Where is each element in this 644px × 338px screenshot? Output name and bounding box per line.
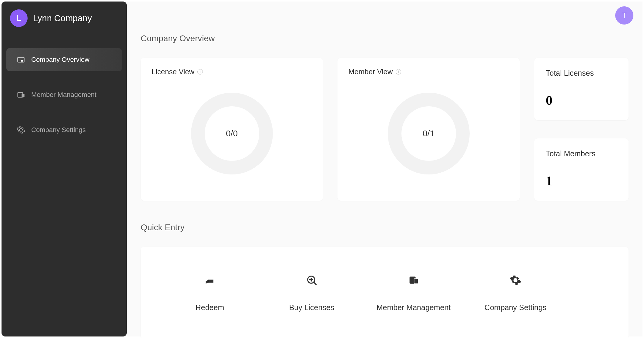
- gear-icon: [17, 126, 25, 134]
- overview-cards: License View i 0/0 Member View i 0/1: [141, 58, 629, 201]
- info-icon[interactable]: i: [396, 69, 401, 75]
- company-header: L Lynn Company: [6, 9, 122, 27]
- user-avatar[interactable]: T: [615, 6, 633, 25]
- info-icon[interactable]: i: [197, 69, 203, 75]
- buy-icon: [306, 274, 318, 286]
- quick-redeem[interactable]: Redeem: [159, 274, 261, 312]
- sidebar: L Lynn Company Company Overview Member M…: [2, 2, 127, 336]
- sidebar-item-company-settings[interactable]: Company Settings: [6, 118, 122, 141]
- stat-value: 1: [546, 173, 617, 189]
- quick-entry-card: Redeem Buy Licenses Member Management Co…: [141, 247, 629, 338]
- sidebar-item-member-management[interactable]: Member Management: [6, 83, 122, 106]
- quick-label: Member Management: [377, 303, 451, 312]
- member-donut-chart: 0/1: [388, 93, 470, 174]
- gear-icon: [509, 274, 522, 286]
- dashboard-icon: [17, 55, 25, 64]
- sidebar-item-label: Company Overview: [31, 56, 89, 64]
- sidebar-item-label: Company Settings: [31, 126, 86, 134]
- svg-rect-6: [414, 279, 418, 284]
- sidebar-item-label: Member Management: [31, 91, 96, 99]
- page-title: Company Overview: [141, 34, 629, 43]
- company-avatar-letter: L: [16, 13, 21, 23]
- company-name: Lynn Company: [33, 13, 92, 23]
- quick-label: Buy Licenses: [289, 303, 334, 312]
- members-icon: [408, 274, 420, 286]
- donut-value: 0/0: [226, 129, 238, 138]
- svg-point-7: [514, 279, 517, 281]
- quick-label: Company Settings: [485, 303, 546, 312]
- members-icon: [17, 91, 25, 99]
- card-title: License View: [152, 68, 194, 76]
- quick-label: Redeem: [196, 303, 224, 312]
- license-donut-chart: 0/0: [191, 93, 273, 174]
- redeem-icon: [204, 274, 216, 286]
- total-licenses-card: Total Licenses 0: [534, 58, 629, 120]
- stat-title: Total Licenses: [546, 69, 617, 78]
- sidebar-item-company-overview[interactable]: Company Overview: [6, 48, 122, 71]
- card-title: Member View: [348, 68, 393, 76]
- total-members-card: Total Members 1: [534, 138, 629, 201]
- section-title: Quick Entry: [141, 223, 629, 232]
- svg-point-1: [21, 60, 23, 62]
- svg-rect-0: [18, 57, 24, 62]
- quick-company-settings[interactable]: Company Settings: [465, 274, 566, 312]
- member-view-card: Member View i 0/1: [337, 58, 520, 201]
- quick-buy-licenses[interactable]: Buy Licenses: [261, 274, 363, 312]
- license-view-card: License View i 0/0: [141, 58, 323, 201]
- company-avatar: L: [10, 9, 28, 27]
- stat-title: Total Members: [546, 149, 617, 158]
- svg-rect-3: [22, 94, 24, 98]
- donut-value: 0/1: [423, 129, 434, 138]
- user-avatar-letter: T: [622, 11, 627, 20]
- stat-value: 0: [546, 93, 617, 108]
- quick-member-management[interactable]: Member Management: [363, 274, 465, 312]
- main: T Company Overview License View i 0/0 Me…: [127, 2, 642, 336]
